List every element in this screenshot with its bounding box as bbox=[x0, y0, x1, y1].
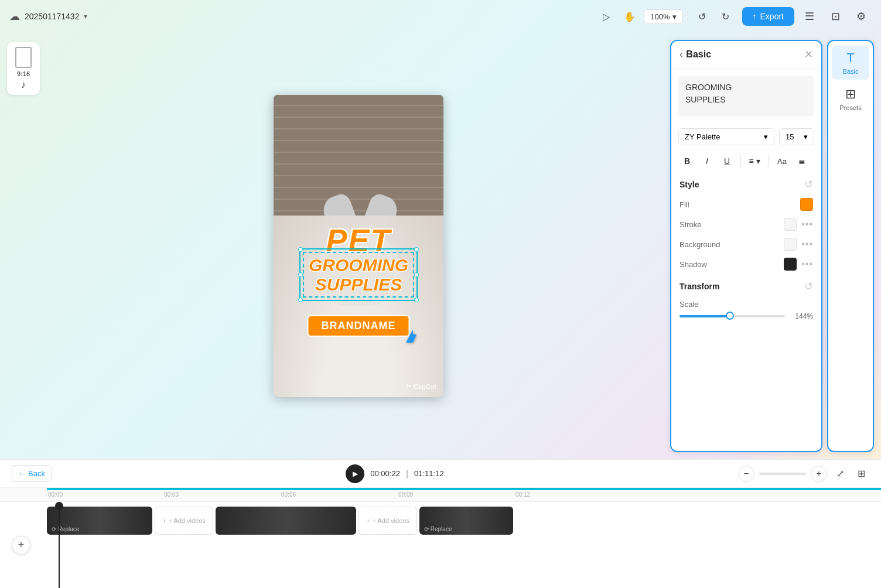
handle-top-right[interactable] bbox=[414, 247, 419, 252]
tool-basic[interactable]: T Basic bbox=[832, 46, 869, 80]
topbar-right: ↑ Export ☰ ⊡ ⚙ bbox=[742, 6, 872, 27]
zoom-selector[interactable]: 100% ▾ bbox=[644, 9, 682, 24]
split-view-button[interactable]: ⊡ bbox=[825, 6, 846, 27]
zoom-in-button[interactable]: + bbox=[811, 466, 827, 482]
line-height-button[interactable]: ≣ bbox=[793, 152, 811, 170]
style-section-header: Style ↺ bbox=[671, 172, 821, 194]
aspect-ratio-icon bbox=[15, 47, 32, 68]
video-clip-3[interactable]: ⟳ Replace bbox=[419, 507, 513, 535]
stroke-row: Stroke ••• bbox=[671, 214, 821, 234]
background-color-swatch[interactable] bbox=[784, 238, 797, 251]
back-button[interactable]: ← Back bbox=[12, 465, 52, 482]
font-size-value: 15 bbox=[786, 132, 794, 141]
add-video-1[interactable]: + + Add videos bbox=[155, 507, 213, 535]
clip-1-replace-label: ⟳ Replace bbox=[52, 526, 79, 532]
fill-controls bbox=[800, 198, 813, 211]
stone-wall-bg bbox=[274, 95, 443, 222]
align-button[interactable]: ≡ ▾ bbox=[746, 152, 763, 170]
font-row: ZY Palette ▾ 15 ▾ bbox=[671, 124, 821, 150]
canvas-area: PET GROOMING SUPPLIES bbox=[47, 33, 670, 459]
play-mode-button[interactable]: ▷ bbox=[597, 7, 616, 26]
stroke-more-button[interactable]: ••• bbox=[801, 219, 813, 230]
panel-back-button[interactable]: ‹ bbox=[679, 48, 686, 61]
scale-label: Scale bbox=[679, 300, 813, 309]
time-separator: | bbox=[406, 469, 408, 479]
settings-button[interactable]: ⚙ bbox=[851, 6, 872, 27]
handle-middle-right[interactable] bbox=[414, 272, 419, 277]
cloud-icon: ☁ bbox=[9, 10, 20, 23]
stroke-controls: ••• bbox=[784, 218, 813, 231]
size-selector[interactable]: 15 ▾ bbox=[779, 128, 814, 145]
clip-1-preview: ⟳ Replace bbox=[47, 507, 152, 535]
zoom-out-button[interactable]: − bbox=[738, 466, 754, 482]
font-selector[interactable]: ZY Palette ▾ bbox=[678, 128, 774, 145]
shadow-row: Shadow ••• bbox=[671, 254, 821, 274]
video-preview: PET GROOMING SUPPLIES bbox=[274, 95, 443, 397]
stroke-color-swatch[interactable] bbox=[784, 218, 797, 231]
handle-middle-left[interactable] bbox=[298, 272, 303, 277]
cursor-arrow-icon bbox=[406, 330, 413, 343]
transform-reset-button[interactable]: ↺ bbox=[804, 280, 813, 293]
panel-close-button[interactable]: ✕ bbox=[804, 48, 813, 61]
clip-3-replace-label: ⟳ Replace bbox=[424, 526, 452, 532]
hand-tool-button[interactable]: ✋ bbox=[620, 7, 639, 26]
fill-color-swatch[interactable] bbox=[800, 198, 813, 211]
ruler-mark-4: 00:12 bbox=[515, 491, 530, 498]
fullscreen-button[interactable]: ⊞ bbox=[853, 466, 869, 482]
text-input-area[interactable]: GROOMINGSUPPLIES bbox=[678, 76, 814, 117]
tool-presets[interactable]: ⊞ Presets bbox=[832, 82, 869, 116]
export-button[interactable]: ↑ Export bbox=[742, 7, 794, 26]
properties-panel: ‹ Basic ✕ GROOMINGSUPPLIES ZY Palette ▾ bbox=[670, 40, 822, 452]
grooming-supplies-selection[interactable]: GROOMING SUPPLIES bbox=[303, 252, 414, 298]
ruler-mark-0: 00:00 bbox=[48, 491, 63, 498]
add-track-button[interactable]: + bbox=[12, 536, 30, 555]
scale-slider-row: 144% bbox=[679, 312, 813, 320]
underline-button[interactable]: U bbox=[718, 152, 736, 170]
font-name-value: ZY Palette bbox=[685, 132, 720, 141]
play-button[interactable]: ▶ bbox=[346, 464, 364, 483]
export-label: Export bbox=[760, 12, 784, 21]
shadow-more-button[interactable]: ••• bbox=[801, 259, 813, 269]
handle-bottom-left[interactable] bbox=[298, 298, 303, 302]
back-arrow-icon: ← bbox=[18, 469, 26, 478]
project-name-chevron-icon[interactable]: ▾ bbox=[84, 12, 87, 20]
zoom-chevron-icon: ▾ bbox=[672, 12, 677, 21]
style-section-title: Style bbox=[679, 180, 699, 189]
handle-bottom-right[interactable] bbox=[414, 298, 419, 302]
scale-value: 144% bbox=[790, 312, 813, 320]
capcut-label: CapCut bbox=[414, 383, 436, 390]
video-clip-2[interactable] bbox=[216, 507, 356, 535]
background-more-button[interactable]: ••• bbox=[801, 239, 813, 249]
text-basic-icon: T bbox=[846, 50, 854, 66]
transform-section-title: Transform bbox=[679, 282, 719, 291]
add-video-2[interactable]: + + Add videos bbox=[358, 507, 417, 535]
video-clip-1[interactable]: ⟳ Replace bbox=[47, 507, 152, 535]
expand-timeline-button[interactable]: ⤢ bbox=[832, 466, 848, 482]
timeline-tracks: + ⟳ Replace + + Add videos bbox=[0, 502, 881, 588]
add-video-icon-2: + bbox=[366, 517, 370, 524]
format-divider bbox=[740, 155, 741, 167]
size-chevron-icon: ▾ bbox=[804, 132, 808, 141]
style-reset-button[interactable]: ↺ bbox=[804, 178, 813, 191]
italic-button[interactable]: I bbox=[698, 152, 716, 170]
background-row: Background ••• bbox=[671, 234, 821, 254]
scale-slider[interactable] bbox=[679, 315, 785, 317]
topbar-left: ☁ 202501171432 ▾ bbox=[9, 10, 590, 23]
shadow-controls: ••• bbox=[784, 258, 813, 271]
font-case-button[interactable]: Aa bbox=[773, 152, 791, 170]
undo-button[interactable]: ↺ bbox=[693, 7, 712, 26]
aspect-ratio-label: 9:16 bbox=[12, 70, 35, 77]
fill-row: Fill bbox=[671, 194, 821, 214]
redo-button[interactable]: ↻ bbox=[716, 7, 735, 26]
scale-thumb[interactable] bbox=[726, 312, 734, 320]
selection-handles bbox=[299, 248, 418, 301]
shadow-color-swatch[interactable] bbox=[784, 258, 797, 271]
aspect-ratio-card[interactable]: 9:16 ♪ bbox=[7, 42, 40, 95]
bold-button[interactable]: B bbox=[678, 152, 696, 170]
timeline-area: ← Back ▶ 00:00:22 | 01:11:12 − + ⤢ ⊞ 00:… bbox=[0, 459, 881, 588]
layers-button[interactable]: ☰ bbox=[799, 6, 820, 27]
topbar: ☁ 202501171432 ▾ ▷ ✋ 100% ▾ ↺ ↻ ↑ Export… bbox=[0, 0, 881, 33]
add-video-icon-1: + bbox=[162, 517, 166, 524]
timeline-controls: ← Back ▶ 00:00:22 | 01:11:12 − + ⤢ ⊞ bbox=[0, 460, 881, 488]
handle-top-left[interactable] bbox=[298, 247, 303, 252]
